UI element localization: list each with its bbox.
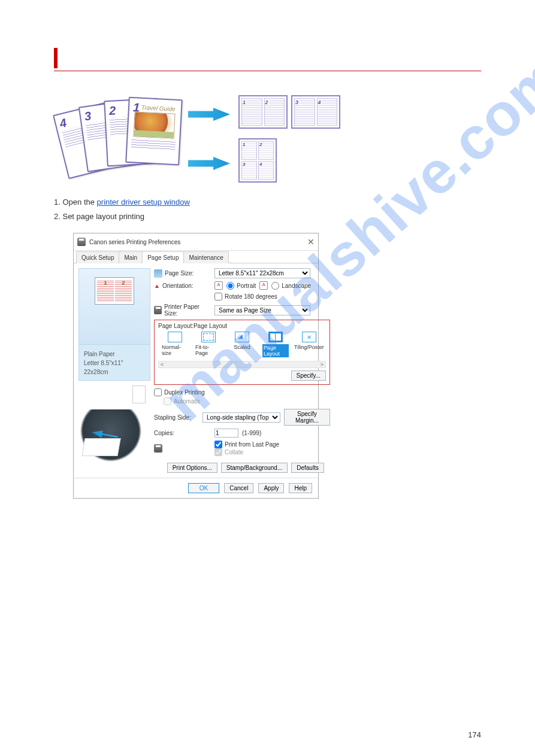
print-options-button[interactable]: Print Options...	[167, 463, 217, 473]
cell-num: 3	[241, 161, 257, 180]
tab-quick-setup[interactable]: Quick Setup	[76, 251, 119, 263]
result-2up: 12 34	[238, 95, 340, 129]
monitor-icon	[154, 269, 162, 278]
ok-button[interactable]: OK	[188, 483, 219, 493]
defaults-button[interactable]: Defaults	[291, 463, 324, 473]
copies-label: Copies:	[154, 430, 174, 436]
heading-rule	[54, 71, 481, 71]
specify-margin-button[interactable]: Specify Margin...	[284, 409, 330, 426]
cell-num: 4	[318, 99, 322, 105]
cell-num: 2	[258, 141, 274, 160]
layout-diagram: 4 3 2 1 Travel Guide 12 34 1 2 3 4	[54, 95, 481, 183]
copies-input[interactable]	[214, 429, 238, 438]
media-type: Plain Paper	[84, 350, 145, 359]
cell-num: 2	[265, 99, 269, 105]
driver-setup-link[interactable]: printer driver setup window	[97, 198, 190, 207]
layout-tiling-poster[interactable]: Tiling/Poster	[296, 332, 322, 357]
orientation-portrait[interactable]: Portrait	[226, 282, 256, 290]
cell-num: 1	[241, 141, 257, 160]
collate-checkbox: Collate	[214, 448, 279, 456]
step-label: Open the	[62, 198, 96, 207]
preview-info: Plain Paper Letter 8.5"x11" 22x28cm	[78, 345, 150, 381]
source-pages-stack: 4 3 2 1 Travel Guide	[60, 97, 180, 181]
arrow-icon	[188, 157, 230, 170]
page-size-label: Page Size:	[165, 270, 194, 277]
automatic-checkbox: Automatic	[164, 397, 330, 405]
landscape-icon: A	[259, 281, 268, 290]
printer-paper-size-select[interactable]: Same as Page Size	[214, 305, 310, 315]
page-layout-caption: Page Layout:Page Layout	[158, 323, 326, 329]
rotate-180-checkbox[interactable]: Rotate 180 degrees	[214, 293, 277, 300]
layout-normal[interactable]: Normal-size	[162, 332, 188, 357]
layout-fit-to-page[interactable]: Fit-to-Page	[195, 332, 222, 357]
specify-button[interactable]: Specify...	[291, 371, 326, 381]
layout-scaled[interactable]: Scaled	[229, 332, 255, 357]
cell-num: 3	[295, 99, 299, 105]
page-number: 174	[468, 730, 481, 739]
page-size-select[interactable]: Letter 8.5"x11" 22x28cm	[214, 268, 310, 278]
page-layout-group: Page Layout:Page Layout Normal-size Fit-…	[154, 320, 330, 385]
preview-cell: 2	[115, 280, 132, 302]
stamp-background-button[interactable]: Stamp/Background...	[221, 463, 288, 473]
printer-icon	[77, 238, 86, 246]
stapling-label: Stapling Side:	[154, 414, 191, 421]
printer-small-icon	[154, 306, 162, 314]
duplex-checkbox[interactable]: Duplex Printing	[154, 388, 330, 396]
orientation-label: Orientation:	[162, 283, 194, 289]
dialog-title: Canon series Printing Preferences	[89, 239, 180, 245]
cell-num: 1	[243, 99, 246, 105]
cell-num: 4	[258, 161, 274, 180]
tab-page-setup[interactable]: Page Setup	[142, 251, 184, 263]
layout-page-layout[interactable]: Page Layout	[262, 332, 289, 357]
step-1: 1. Open the printer driver setup window	[54, 197, 481, 208]
step-num: 1.	[54, 198, 61, 207]
orientation-thumb	[132, 385, 146, 403]
printer-paper-label: Printer Paper Size:	[164, 303, 211, 317]
result-4up: 1 2 3 4	[238, 138, 277, 183]
arrow-icon	[188, 108, 230, 121]
printing-preferences-dialog: Canon series Printing Preferences ✕ Quic…	[73, 233, 319, 499]
close-button[interactable]: ✕	[307, 237, 315, 247]
print-from-last-checkbox[interactable]: Print from Last Page	[214, 441, 279, 448]
apply-button[interactable]: Apply	[258, 483, 284, 493]
step-label: Set page layout printing	[62, 212, 144, 221]
copies-range: (1-999)	[242, 430, 261, 436]
copies-icon	[154, 444, 162, 453]
tab-maintenance[interactable]: Maintenance	[183, 251, 228, 263]
dialog-titlebar: Canon series Printing Preferences ✕	[74, 233, 318, 251]
preview-cell: 1	[97, 280, 114, 302]
portrait-icon: A	[214, 281, 223, 290]
layout-scrollbar[interactable]: <>	[158, 361, 326, 368]
step-2: 2. Set page layout printing	[54, 211, 481, 222]
step-num: 2.	[54, 212, 61, 221]
stapling-side-select[interactable]: Long-side stapling (Top)	[202, 412, 280, 423]
layout-preview: 12	[78, 268, 150, 345]
help-button[interactable]: Help	[289, 483, 312, 493]
cancel-button[interactable]: Cancel	[224, 483, 253, 493]
orientation-landscape[interactable]: Landscape	[271, 282, 311, 290]
media-size: Letter 8.5"x11" 22x28cm	[84, 359, 145, 377]
section-heading	[54, 48, 481, 68]
printer-illustration	[78, 409, 150, 463]
tab-main[interactable]: Main	[119, 251, 143, 263]
